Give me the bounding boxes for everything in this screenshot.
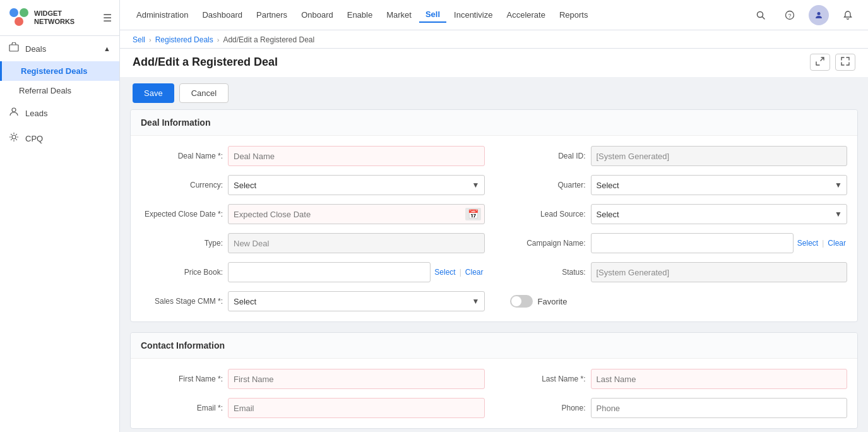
- page-title-bar: Add/Edit a Registered Deal: [120, 49, 868, 77]
- nav-item-onboard[interactable]: Onboard: [295, 8, 340, 22]
- expected-close-date-input[interactable]: [228, 204, 485, 224]
- sidebar-item-deals[interactable]: Deals ▲: [0, 36, 119, 61]
- quarter-select[interactable]: Select: [591, 175, 848, 195]
- action-bar: Save Cancel: [120, 77, 868, 109]
- deal-section-header: Deal Information: [131, 110, 857, 136]
- last-name-label: Last Name *:: [504, 375, 586, 383]
- sidebar-item-cpq[interactable]: CPQ: [0, 126, 119, 151]
- price-book-select-button[interactable]: Select: [433, 268, 456, 277]
- nav-item-incentivize[interactable]: Incentivize: [448, 8, 499, 22]
- deal-name-input[interactable]: [228, 146, 485, 166]
- content: Sell › Registered Deals › Add/Edit a Reg…: [120, 30, 868, 432]
- type-row: Type:: [141, 233, 485, 253]
- campaign-sep: |: [822, 239, 824, 248]
- status-row: Status:: [504, 262, 848, 282]
- quarter-select-wrap: Select ▼: [591, 175, 848, 195]
- avatar[interactable]: [809, 5, 829, 25]
- sidebar-toggle-icon[interactable]: ☰: [103, 12, 112, 24]
- sidebar-item-cpq-label: CPQ: [25, 134, 43, 143]
- nav-item-market[interactable]: Market: [380, 8, 418, 22]
- status-label: Status:: [504, 268, 586, 277]
- campaign-name-label: Campaign Name:: [504, 239, 586, 248]
- breadcrumb: Sell › Registered Deals › Add/Edit a Reg…: [133, 35, 855, 44]
- notifications-button[interactable]: [838, 5, 858, 25]
- nav-item-sell[interactable]: Sell: [419, 7, 446, 23]
- sales-stage-select-wrap: Select ▼: [228, 291, 485, 311]
- svg-point-0: [9, 8, 18, 17]
- lead-source-label: Lead Source:: [504, 210, 586, 219]
- first-name-input[interactable]: [228, 369, 485, 389]
- sidebar-item-referral-deals[interactable]: Referral Deals: [0, 81, 119, 100]
- main-container: Administration Dashboard Partners Onboar…: [120, 0, 868, 432]
- deal-id-label: Deal ID:: [504, 152, 586, 160]
- logo-text: WIDGET NETWORKS: [34, 9, 74, 26]
- sidebar: WIDGET NETWORKS ☰ Deals ▲ Registered Dea…: [0, 0, 120, 432]
- type-label: Type:: [141, 239, 223, 248]
- breadcrumb-sep-2: ›: [217, 36, 220, 44]
- nav-item-partners[interactable]: Partners: [250, 8, 294, 22]
- breadcrumb-sep-1: ›: [149, 36, 152, 44]
- contact-information-section: Contact Information First Name *: Last N…: [130, 332, 858, 429]
- first-name-row: First Name *:: [141, 369, 485, 389]
- price-book-label: Price Book:: [141, 268, 223, 277]
- user-avatar-icon: [814, 10, 824, 20]
- currency-select[interactable]: Select: [228, 175, 485, 195]
- breadcrumb-current: Add/Edit a Registered Deal: [223, 35, 314, 44]
- toggle-knob: [511, 296, 521, 306]
- bell-icon: [843, 10, 853, 20]
- fullscreen-button[interactable]: [835, 54, 855, 71]
- sidebar-sub-deals: Registered Deals Referral Deals: [0, 61, 119, 100]
- cancel-button[interactable]: Cancel: [179, 83, 229, 103]
- nav-item-dashboard[interactable]: Dashboard: [196, 8, 249, 22]
- deal-id-row: Deal ID:: [504, 146, 848, 166]
- nav-icons: ?: [751, 5, 858, 25]
- registered-deals-label: Registered Deals: [21, 66, 88, 76]
- type-input: [228, 233, 485, 253]
- svg-point-5: [12, 135, 16, 139]
- nav-item-accelerate[interactable]: Accelerate: [500, 8, 551, 22]
- calendar-icon[interactable]: 📅: [465, 208, 481, 220]
- sidebar-item-registered-deals[interactable]: Registered Deals: [0, 61, 119, 81]
- price-book-clear-button[interactable]: Clear: [464, 268, 485, 277]
- price-book-row: Price Book: Select | Clear: [141, 262, 485, 282]
- svg-line-7: [763, 16, 765, 19]
- expected-close-date-row: Expected Close Date *: 📅: [141, 204, 485, 224]
- campaign-name-input[interactable]: [591, 233, 794, 253]
- deal-form-grid: Deal Name *: Deal ID: Currency: Select ▼: [131, 136, 857, 321]
- svg-text:?: ?: [788, 13, 792, 19]
- lead-source-select[interactable]: Select: [591, 204, 848, 224]
- nav-item-enable[interactable]: Enable: [341, 8, 379, 22]
- deals-icon: [9, 42, 19, 55]
- deal-id-input: [591, 146, 848, 166]
- nav-item-reports[interactable]: Reports: [553, 8, 595, 22]
- phone-input[interactable]: [591, 398, 848, 418]
- last-name-input[interactable]: [591, 369, 848, 389]
- popout-button[interactable]: [810, 54, 830, 71]
- currency-row: Currency: Select ▼: [141, 175, 485, 195]
- phone-row: Phone:: [504, 398, 848, 418]
- help-button[interactable]: ?: [780, 5, 800, 25]
- fullscreen-icon: [841, 57, 850, 66]
- favorite-row: Favorite: [504, 291, 848, 311]
- sales-stage-select[interactable]: Select: [228, 291, 485, 311]
- favorite-toggle[interactable]: [510, 295, 533, 308]
- campaign-select-button[interactable]: Select: [796, 239, 819, 248]
- logo-area: WIDGET NETWORKS: [8, 6, 74, 29]
- page-title: Add/Edit a Registered Deal: [133, 56, 278, 69]
- campaign-clear-button[interactable]: Clear: [826, 239, 847, 248]
- quarter-label: Quarter:: [504, 181, 586, 189]
- expected-close-date-label: Expected Close Date *:: [141, 210, 223, 219]
- status-input: [591, 262, 848, 282]
- sidebar-item-leads[interactable]: Leads: [0, 100, 119, 126]
- search-button[interactable]: [751, 5, 771, 25]
- deal-name-row: Deal Name *:: [141, 146, 485, 166]
- breadcrumb-sell[interactable]: Sell: [133, 35, 145, 44]
- widget-networks-logo-icon: [8, 6, 30, 29]
- price-book-input[interactable]: [228, 262, 431, 282]
- save-button[interactable]: Save: [133, 83, 174, 103]
- svg-rect-3: [9, 45, 18, 51]
- breadcrumb-registered-deals[interactable]: Registered Deals: [155, 35, 213, 44]
- nav-item-administration[interactable]: Administration: [130, 8, 194, 22]
- lead-source-select-wrap: Select ▼: [591, 204, 848, 224]
- email-input[interactable]: [228, 398, 485, 418]
